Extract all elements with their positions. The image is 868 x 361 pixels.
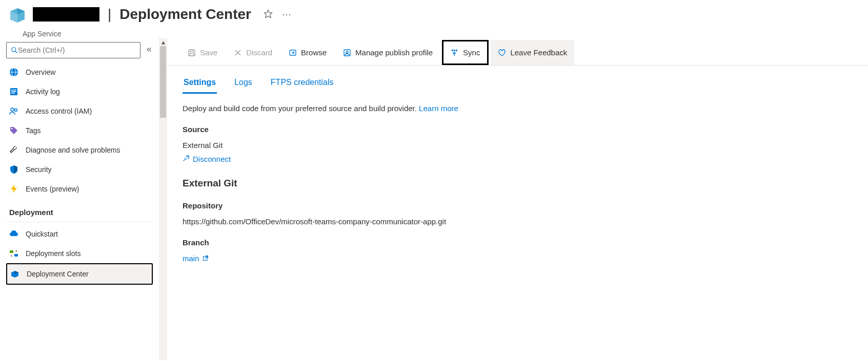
close-icon — [234, 49, 242, 57]
toolbar-label: Save — [200, 48, 217, 57]
lightning-icon — [9, 184, 18, 194]
svg-rect-12 — [11, 93, 15, 94]
save-button: Save — [180, 40, 225, 65]
external-link-icon — [203, 254, 209, 263]
external-git-heading: External Git — [183, 178, 853, 189]
slots-icon — [9, 249, 18, 258]
page-title: Deployment Center — [119, 6, 251, 23]
sync-button[interactable]: Sync — [442, 40, 489, 65]
nav-label: Access control (IAM) — [26, 107, 92, 115]
nav-label: Deployment Center — [27, 270, 89, 278]
globe-icon — [9, 68, 18, 77]
scroll-up-arrow[interactable]: ▴ — [159, 38, 167, 46]
svg-rect-28 — [452, 50, 453, 51]
branch-value: main — [183, 254, 199, 263]
people-icon — [9, 107, 18, 116]
toolbar-label: Leave Feedback — [510, 48, 567, 57]
search-icon — [11, 47, 18, 54]
log-icon — [9, 87, 18, 96]
nav-label: Deployment slots — [26, 249, 80, 258]
profile-icon — [343, 49, 351, 57]
sidebar-scrollbar[interactable]: ▴ — [159, 38, 167, 360]
svg-point-14 — [15, 109, 17, 112]
settings-panel: Deploy and build code from your preferre… — [167, 94, 868, 273]
sidebar-item-access-control[interactable]: Access control (IAM) — [6, 101, 153, 121]
nav-label: Tags — [26, 126, 41, 135]
sidebar-item-deployment-center[interactable]: Deployment Center — [6, 263, 153, 285]
svg-point-15 — [11, 128, 13, 130]
shield-icon — [9, 165, 18, 174]
repository-value: https://github.com/OfficeDev/microsoft-t… — [183, 217, 853, 226]
svg-rect-22 — [190, 53, 194, 56]
tab-logs[interactable]: Logs — [233, 74, 253, 94]
sidebar-item-tags[interactable]: Tags — [6, 121, 153, 140]
toolbar-label: Browse — [301, 48, 327, 57]
nav-label: Activity log — [26, 88, 60, 96]
resource-type-label: App Service — [23, 30, 868, 38]
save-icon — [188, 49, 196, 57]
svg-point-13 — [11, 108, 14, 111]
disconnect-icon — [183, 155, 190, 163]
sidebar-item-deployment-slots[interactable]: Deployment slots — [6, 244, 153, 263]
svg-marker-3 — [265, 10, 272, 17]
toolbar-label: Discard — [246, 48, 272, 57]
sync-icon — [451, 49, 459, 57]
nav-label: Quickstart — [26, 230, 58, 238]
branch-link[interactable]: main — [183, 254, 853, 263]
sidebar-item-security[interactable]: Security — [6, 160, 153, 179]
browse-button[interactable]: Browse — [281, 40, 334, 65]
svg-point-27 — [346, 51, 348, 53]
learn-more-link[interactable]: Learn more — [419, 104, 458, 113]
svg-point-4 — [12, 48, 16, 52]
search-input[interactable] — [18, 46, 136, 54]
sidebar-item-overview[interactable]: Overview — [6, 62, 153, 82]
svg-rect-16 — [10, 250, 13, 253]
source-label: Source — [183, 125, 853, 134]
cube-icon — [10, 269, 19, 279]
main-content: Save Discard Browse Manage publish profi… — [167, 38, 868, 360]
svg-rect-29 — [454, 50, 455, 51]
sidebar-item-activity-log[interactable]: Activity log — [6, 82, 153, 101]
tabs: Settings Logs FTPS credentials — [169, 66, 868, 94]
nav-label: Diagnose and solve problems — [26, 146, 120, 154]
svg-rect-11 — [11, 91, 16, 92]
redacted-resource-name — [33, 7, 99, 22]
tag-icon — [9, 126, 18, 135]
nav-section-deployment: Deployment — [6, 199, 153, 222]
wrench-icon — [9, 145, 18, 155]
svg-rect-10 — [11, 90, 16, 91]
manage-publish-profile-button[interactable]: Manage publish profile — [336, 40, 440, 65]
favorite-star-button[interactable] — [264, 9, 273, 20]
source-value: External Git — [183, 141, 853, 150]
browse-icon — [289, 49, 297, 57]
more-button[interactable]: ⋯ — [282, 9, 292, 20]
svg-rect-30 — [456, 50, 457, 51]
scroll-thumb[interactable] — [160, 46, 166, 118]
sidebar-item-quickstart[interactable]: Quickstart — [6, 224, 153, 244]
sidebar: Overview Activity log Access control (IA… — [0, 38, 159, 360]
svg-rect-21 — [190, 50, 193, 52]
tab-settings[interactable]: Settings — [183, 74, 217, 94]
page-header: | Deployment Center ⋯ — [0, 0, 868, 29]
disconnect-label: Disconnect — [193, 155, 231, 163]
svg-rect-17 — [14, 254, 18, 257]
nav-label: Overview — [26, 68, 55, 76]
nav-label: Security — [26, 165, 52, 174]
sidebar-item-events[interactable]: Events (preview) — [6, 179, 153, 199]
description-text: Deploy and build code from your preferre… — [183, 104, 419, 113]
toolbar-label: Manage publish profile — [355, 48, 433, 57]
disconnect-link[interactable]: Disconnect — [183, 155, 853, 163]
repository-label: Repository — [183, 201, 853, 210]
collapse-sidebar-button[interactable] — [146, 46, 153, 55]
tab-ftps-credentials[interactable]: FTPS credentials — [270, 74, 335, 94]
svg-line-5 — [15, 51, 17, 53]
toolbar-label: Sync — [463, 48, 480, 57]
branch-label: Branch — [183, 238, 853, 247]
sidebar-item-diagnose[interactable]: Diagnose and solve problems — [6, 140, 153, 160]
discard-button: Discard — [227, 40, 279, 65]
nav-label: Events (preview) — [26, 185, 79, 193]
toolbar: Save Discard Browse Manage publish profi… — [167, 38, 868, 66]
cloud-icon — [9, 229, 18, 239]
leave-feedback-button[interactable]: Leave Feedback — [491, 40, 574, 65]
search-input-container[interactable] — [6, 42, 140, 58]
